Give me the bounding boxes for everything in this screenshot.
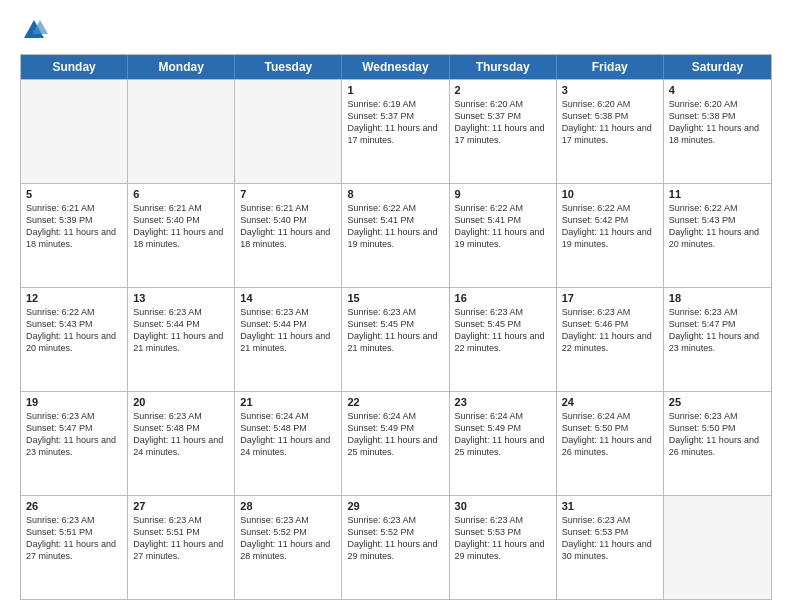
day-info: Sunrise: 6:20 AM Sunset: 5:37 PM Dayligh… [455,98,551,147]
day-number: 23 [455,396,551,408]
calendar-cell [235,80,342,183]
calendar-cell: 20Sunrise: 6:23 AM Sunset: 5:48 PM Dayli… [128,392,235,495]
calendar-cell: 19Sunrise: 6:23 AM Sunset: 5:47 PM Dayli… [21,392,128,495]
calendar-cell: 8Sunrise: 6:22 AM Sunset: 5:41 PM Daylig… [342,184,449,287]
day-info: Sunrise: 6:21 AM Sunset: 5:40 PM Dayligh… [133,202,229,251]
day-info: Sunrise: 6:22 AM Sunset: 5:42 PM Dayligh… [562,202,658,251]
day-number: 18 [669,292,766,304]
calendar-cell: 1Sunrise: 6:19 AM Sunset: 5:37 PM Daylig… [342,80,449,183]
calendar-cell: 24Sunrise: 6:24 AM Sunset: 5:50 PM Dayli… [557,392,664,495]
day-info: Sunrise: 6:23 AM Sunset: 5:47 PM Dayligh… [26,410,122,459]
calendar-row-1: 1Sunrise: 6:19 AM Sunset: 5:37 PM Daylig… [21,79,771,183]
day-info: Sunrise: 6:23 AM Sunset: 5:48 PM Dayligh… [133,410,229,459]
header [20,16,772,44]
day-number: 9 [455,188,551,200]
calendar-cell: 16Sunrise: 6:23 AM Sunset: 5:45 PM Dayli… [450,288,557,391]
day-info: Sunrise: 6:22 AM Sunset: 5:43 PM Dayligh… [26,306,122,355]
calendar-header: SundayMondayTuesdayWednesdayThursdayFrid… [21,55,771,79]
calendar-cell [128,80,235,183]
calendar-cell: 9Sunrise: 6:22 AM Sunset: 5:41 PM Daylig… [450,184,557,287]
day-number: 29 [347,500,443,512]
day-number: 31 [562,500,658,512]
day-info: Sunrise: 6:23 AM Sunset: 5:51 PM Dayligh… [26,514,122,563]
header-day-sunday: Sunday [21,55,128,79]
calendar-cell: 30Sunrise: 6:23 AM Sunset: 5:53 PM Dayli… [450,496,557,599]
calendar-row-5: 26Sunrise: 6:23 AM Sunset: 5:51 PM Dayli… [21,495,771,599]
calendar-cell: 12Sunrise: 6:22 AM Sunset: 5:43 PM Dayli… [21,288,128,391]
day-info: Sunrise: 6:23 AM Sunset: 5:44 PM Dayligh… [133,306,229,355]
header-day-saturday: Saturday [664,55,771,79]
day-number: 27 [133,500,229,512]
day-number: 26 [26,500,122,512]
day-number: 25 [669,396,766,408]
day-info: Sunrise: 6:24 AM Sunset: 5:48 PM Dayligh… [240,410,336,459]
calendar-cell: 18Sunrise: 6:23 AM Sunset: 5:47 PM Dayli… [664,288,771,391]
calendar-cell: 23Sunrise: 6:24 AM Sunset: 5:49 PM Dayli… [450,392,557,495]
day-info: Sunrise: 6:23 AM Sunset: 5:50 PM Dayligh… [669,410,766,459]
day-number: 14 [240,292,336,304]
header-day-thursday: Thursday [450,55,557,79]
day-info: Sunrise: 6:22 AM Sunset: 5:41 PM Dayligh… [455,202,551,251]
calendar-cell [664,496,771,599]
calendar-row-2: 5Sunrise: 6:21 AM Sunset: 5:39 PM Daylig… [21,183,771,287]
calendar-cell: 13Sunrise: 6:23 AM Sunset: 5:44 PM Dayli… [128,288,235,391]
day-number: 1 [347,84,443,96]
day-number: 15 [347,292,443,304]
day-number: 28 [240,500,336,512]
day-number: 5 [26,188,122,200]
day-number: 4 [669,84,766,96]
day-number: 16 [455,292,551,304]
calendar-cell: 7Sunrise: 6:21 AM Sunset: 5:40 PM Daylig… [235,184,342,287]
day-info: Sunrise: 6:23 AM Sunset: 5:52 PM Dayligh… [347,514,443,563]
day-info: Sunrise: 6:20 AM Sunset: 5:38 PM Dayligh… [669,98,766,147]
day-number: 8 [347,188,443,200]
day-info: Sunrise: 6:21 AM Sunset: 5:39 PM Dayligh… [26,202,122,251]
day-number: 7 [240,188,336,200]
calendar-cell: 4Sunrise: 6:20 AM Sunset: 5:38 PM Daylig… [664,80,771,183]
logo [20,16,52,44]
calendar-body: 1Sunrise: 6:19 AM Sunset: 5:37 PM Daylig… [21,79,771,599]
header-day-friday: Friday [557,55,664,79]
calendar-cell: 3Sunrise: 6:20 AM Sunset: 5:38 PM Daylig… [557,80,664,183]
day-number: 19 [26,396,122,408]
calendar-cell: 25Sunrise: 6:23 AM Sunset: 5:50 PM Dayli… [664,392,771,495]
day-info: Sunrise: 6:22 AM Sunset: 5:41 PM Dayligh… [347,202,443,251]
day-number: 24 [562,396,658,408]
day-info: Sunrise: 6:23 AM Sunset: 5:51 PM Dayligh… [133,514,229,563]
day-info: Sunrise: 6:23 AM Sunset: 5:46 PM Dayligh… [562,306,658,355]
header-day-wednesday: Wednesday [342,55,449,79]
calendar-cell: 31Sunrise: 6:23 AM Sunset: 5:53 PM Dayli… [557,496,664,599]
calendar-cell: 27Sunrise: 6:23 AM Sunset: 5:51 PM Dayli… [128,496,235,599]
day-info: Sunrise: 6:23 AM Sunset: 5:47 PM Dayligh… [669,306,766,355]
day-info: Sunrise: 6:23 AM Sunset: 5:44 PM Dayligh… [240,306,336,355]
day-info: Sunrise: 6:23 AM Sunset: 5:52 PM Dayligh… [240,514,336,563]
day-info: Sunrise: 6:23 AM Sunset: 5:53 PM Dayligh… [455,514,551,563]
calendar-cell: 29Sunrise: 6:23 AM Sunset: 5:52 PM Dayli… [342,496,449,599]
calendar-cell: 22Sunrise: 6:24 AM Sunset: 5:49 PM Dayli… [342,392,449,495]
calendar-cell: 10Sunrise: 6:22 AM Sunset: 5:42 PM Dayli… [557,184,664,287]
calendar-row-3: 12Sunrise: 6:22 AM Sunset: 5:43 PM Dayli… [21,287,771,391]
day-info: Sunrise: 6:20 AM Sunset: 5:38 PM Dayligh… [562,98,658,147]
day-number: 17 [562,292,658,304]
day-info: Sunrise: 6:23 AM Sunset: 5:45 PM Dayligh… [347,306,443,355]
logo-icon [20,16,48,44]
day-number: 11 [669,188,766,200]
calendar-cell: 28Sunrise: 6:23 AM Sunset: 5:52 PM Dayli… [235,496,342,599]
day-number: 20 [133,396,229,408]
day-number: 13 [133,292,229,304]
day-number: 12 [26,292,122,304]
calendar-cell: 5Sunrise: 6:21 AM Sunset: 5:39 PM Daylig… [21,184,128,287]
day-number: 22 [347,396,443,408]
calendar: SundayMondayTuesdayWednesdayThursdayFrid… [20,54,772,600]
day-number: 6 [133,188,229,200]
day-info: Sunrise: 6:24 AM Sunset: 5:50 PM Dayligh… [562,410,658,459]
day-info: Sunrise: 6:23 AM Sunset: 5:53 PM Dayligh… [562,514,658,563]
day-number: 3 [562,84,658,96]
calendar-cell: 6Sunrise: 6:21 AM Sunset: 5:40 PM Daylig… [128,184,235,287]
calendar-row-4: 19Sunrise: 6:23 AM Sunset: 5:47 PM Dayli… [21,391,771,495]
header-day-monday: Monday [128,55,235,79]
calendar-cell: 21Sunrise: 6:24 AM Sunset: 5:48 PM Dayli… [235,392,342,495]
day-info: Sunrise: 6:23 AM Sunset: 5:45 PM Dayligh… [455,306,551,355]
calendar-cell: 14Sunrise: 6:23 AM Sunset: 5:44 PM Dayli… [235,288,342,391]
calendar-cell: 11Sunrise: 6:22 AM Sunset: 5:43 PM Dayli… [664,184,771,287]
